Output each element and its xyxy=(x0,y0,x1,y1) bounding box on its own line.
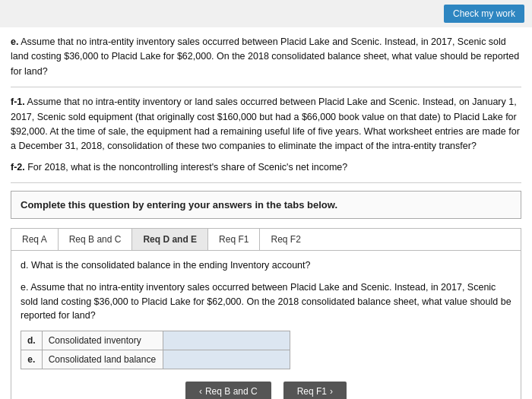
tabs-row: Req A Req B and C Req D and E Req F1 Req… xyxy=(11,228,521,250)
tab-req-f1[interactable]: Req F1 xyxy=(208,229,260,250)
prev-tab-button[interactable]: ‹ Req B and C xyxy=(185,382,271,399)
tab-req-bc[interactable]: Req B and C xyxy=(59,229,133,250)
row-letter: e. xyxy=(21,350,43,369)
answer-input-0[interactable] xyxy=(169,335,284,346)
row-value[interactable] xyxy=(163,331,290,350)
next-tab-button[interactable]: Req F1 › xyxy=(283,382,347,399)
row-value[interactable] xyxy=(163,350,290,369)
tab-req-f2[interactable]: Req F2 xyxy=(260,229,311,250)
tab-req-a[interactable]: Req A xyxy=(11,229,59,250)
problem-e-text: Assume that no intra-entity inventory sa… xyxy=(11,36,519,77)
tab-question-d: d. What is the consolidated balance in t… xyxy=(21,258,511,273)
tab-req-de[interactable]: Req D and E xyxy=(132,229,208,250)
row-letter: d. xyxy=(21,331,43,350)
table-row: e.Consolidated land balance xyxy=(21,350,290,369)
prev-tab-label: Req B and C xyxy=(205,386,258,397)
divider-2 xyxy=(11,182,521,183)
table-row: d.Consolidated inventory xyxy=(21,331,290,350)
row-label: Consolidated land balance xyxy=(42,350,163,369)
check-my-work-button[interactable]: Check my work xyxy=(444,5,524,23)
chevron-left-icon: ‹ xyxy=(199,386,202,397)
answer-input-1[interactable] xyxy=(169,354,284,365)
instruction-box: Complete this question by entering your … xyxy=(11,191,521,219)
problem-f2-text: For 2018, what is the noncontrolling int… xyxy=(27,162,347,173)
next-tab-label: Req F1 xyxy=(297,386,327,397)
instruction-text: Complete this question by entering your … xyxy=(21,199,511,211)
chevron-right-icon: › xyxy=(330,386,333,397)
problem-f2: f-2. For 2018, what is the noncontrollin… xyxy=(11,160,521,175)
row-label: Consolidated inventory xyxy=(42,331,163,350)
problem-f2-label: f-2. xyxy=(11,162,25,173)
problem-f1-label: f-1. xyxy=(11,97,25,107)
problem-f1-text: Assume that no intra-entity inventory or… xyxy=(11,97,520,151)
tab-nav-buttons: ‹ Req B and C Req F1 › xyxy=(21,377,511,399)
problem-e-label: e. xyxy=(11,36,18,47)
problem-e: e. Assume that no intra-entity inventory… xyxy=(11,35,521,79)
answer-table: d.Consolidated inventorye.Consolidated l… xyxy=(21,331,290,369)
tab-content-area: d. What is the consolidated balance in t… xyxy=(11,250,521,399)
tab-question-e: e. Assume that no intra-entity inventory… xyxy=(21,280,511,323)
top-bar: Check my work xyxy=(0,0,532,27)
problem-f1: f-1. Assume that no intra-entity invento… xyxy=(11,95,521,154)
content-area: e. Assume that no intra-entity inventory… xyxy=(0,27,532,399)
divider-1 xyxy=(11,87,521,87)
